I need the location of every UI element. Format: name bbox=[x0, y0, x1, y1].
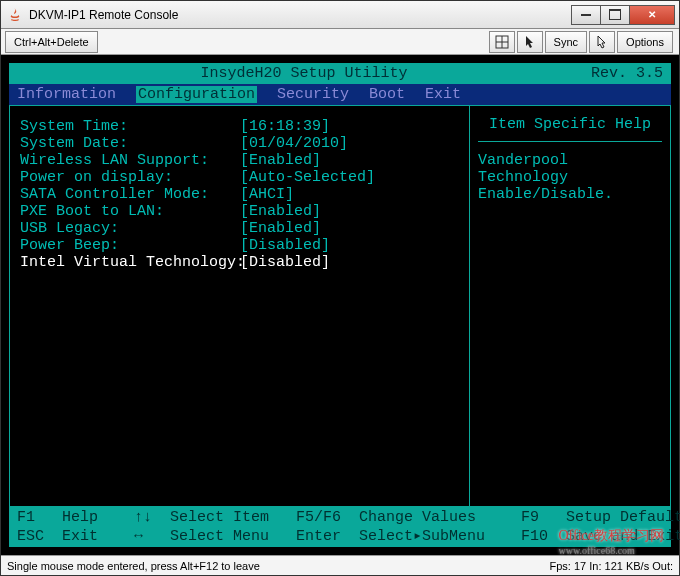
setting-label: PXE Boot to LAN: bbox=[20, 203, 240, 220]
bios-title: InsydeH20 Setup Utility bbox=[17, 65, 591, 82]
setting-value: [Disabled] bbox=[240, 254, 330, 271]
setting-label: Power Beep: bbox=[20, 237, 240, 254]
titlebar[interactable]: DKVM-IP1 Remote Console ✕ bbox=[1, 1, 679, 29]
close-button[interactable]: ✕ bbox=[629, 5, 675, 25]
bios-tab-bar[interactable]: InformationConfigurationSecurityBootExit bbox=[9, 84, 671, 105]
bios-setting-row[interactable]: PXE Boot to LAN:[Enabled] bbox=[20, 203, 459, 220]
bios-setting-row[interactable]: Power on display:[Auto-Selected] bbox=[20, 169, 459, 186]
bios-setting-row[interactable]: Wireless LAN Support:[Enabled] bbox=[20, 152, 459, 169]
sync-button[interactable]: Sync bbox=[545, 31, 587, 53]
setting-value: [AHCI] bbox=[240, 186, 294, 203]
bios-tab-configuration[interactable]: Configuration bbox=[136, 86, 257, 103]
setting-value: [01/04/2010] bbox=[240, 135, 348, 152]
setting-value: [Enabled] bbox=[240, 203, 321, 220]
setting-label: Intel Virtual Technology: bbox=[20, 254, 240, 271]
bios-setting-row[interactable]: Intel Virtual Technology:[Disabled] bbox=[20, 254, 459, 271]
options-button[interactable]: Options bbox=[617, 31, 673, 53]
setting-label: System Time: bbox=[20, 118, 240, 135]
fullscreen-icon[interactable] bbox=[489, 31, 515, 53]
bios-header: InsydeH20 Setup Utility Rev. 3.5 bbox=[9, 63, 671, 84]
setting-value: [Enabled] bbox=[240, 220, 321, 237]
setting-value: [Enabled] bbox=[240, 152, 321, 169]
bios-tab-boot[interactable]: Boot bbox=[369, 86, 405, 103]
setting-label: Wireless LAN Support: bbox=[20, 152, 240, 169]
setting-label: System Date: bbox=[20, 135, 240, 152]
cursor-outline-icon[interactable] bbox=[589, 31, 615, 53]
bios-tab-information[interactable]: Information bbox=[17, 86, 116, 103]
setting-value: [Disabled] bbox=[240, 237, 330, 254]
ctrl-alt-delete-button[interactable]: Ctrl+Alt+Delete bbox=[5, 31, 98, 53]
remote-console: InsydeH20 Setup Utility Rev. 3.5 Informa… bbox=[1, 55, 679, 555]
bios-help-title: Item Specific Help bbox=[478, 116, 662, 142]
setting-label: SATA Controller Mode: bbox=[20, 186, 240, 203]
setting-value: [Auto-Selected] bbox=[240, 169, 375, 186]
bios-setting-row[interactable]: SATA Controller Mode:[AHCI] bbox=[20, 186, 459, 203]
bios-tab-exit[interactable]: Exit bbox=[425, 86, 461, 103]
bios-tab-security[interactable]: Security bbox=[277, 86, 349, 103]
bios-help-body: Vanderpool Technology Enable/Disable. bbox=[478, 152, 662, 203]
bios-screen[interactable]: InsydeH20 Setup Utility Rev. 3.5 Informa… bbox=[9, 63, 671, 547]
maximize-button[interactable] bbox=[600, 5, 630, 25]
bios-setting-row[interactable]: System Date:[01/04/2010] bbox=[20, 135, 459, 152]
bios-setting-row[interactable]: Power Beep:[Disabled] bbox=[20, 237, 459, 254]
setting-value: [16:18:39] bbox=[240, 118, 330, 135]
status-right: Fps: 17 In: 121 KB/s Out: bbox=[549, 560, 673, 572]
setting-label: USB Legacy: bbox=[20, 220, 240, 237]
java-icon bbox=[7, 7, 23, 23]
app-window: DKVM-IP1 Remote Console ✕ Ctrl+Alt+Delet… bbox=[0, 0, 680, 576]
status-left: Single mouse mode entered, press Alt+F12… bbox=[7, 560, 260, 572]
bios-help-panel: Item Specific Help Vanderpool Technology… bbox=[470, 106, 670, 506]
cursor-solid-icon[interactable] bbox=[517, 31, 543, 53]
window-title: DKVM-IP1 Remote Console bbox=[29, 8, 572, 22]
bios-revision: Rev. 3.5 bbox=[591, 65, 663, 82]
statusbar: Single mouse mode entered, press Alt+F12… bbox=[1, 555, 679, 575]
bios-setting-row[interactable]: System Time:[16:18:39] bbox=[20, 118, 459, 135]
footer-row: F1 Help ↑↓ Select Item F5/F6 Change Valu… bbox=[17, 509, 663, 526]
watermark: Office教程学习网 www.office68.com bbox=[559, 527, 665, 556]
setting-label: Power on display: bbox=[20, 169, 240, 186]
toolbar: Ctrl+Alt+Delete Sync Options bbox=[1, 29, 679, 55]
minimize-button[interactable] bbox=[571, 5, 601, 25]
bios-settings-panel[interactable]: System Time:[16:18:39]System Date:[01/04… bbox=[10, 106, 470, 506]
bios-setting-row[interactable]: USB Legacy:[Enabled] bbox=[20, 220, 459, 237]
